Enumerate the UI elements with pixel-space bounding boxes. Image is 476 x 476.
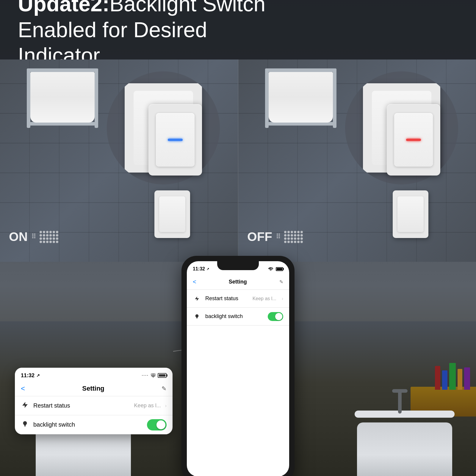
bathtub-right xyxy=(357,411,452,476)
phone-nav-bar: < Setting ✎ xyxy=(187,274,289,290)
dot xyxy=(287,241,290,243)
wifi-icon xyxy=(151,373,156,378)
dot xyxy=(43,241,45,243)
battery-fill xyxy=(159,374,165,377)
phone-backlight-row[interactable]: backlight switch xyxy=(187,308,289,325)
phone-battery-tip xyxy=(283,268,284,270)
phone-bulb-icon xyxy=(193,312,201,321)
backlight-toggle-card[interactable] xyxy=(147,419,167,430)
dot xyxy=(53,234,55,237)
card-restart-row[interactable]: Restart status Keep as l... › xyxy=(15,396,173,415)
book-1 xyxy=(435,366,440,390)
card-time-area: 11:32 ↗ xyxy=(21,372,40,379)
dot xyxy=(40,231,42,233)
dot xyxy=(56,234,58,237)
dot xyxy=(284,231,286,233)
book-4 xyxy=(458,369,462,390)
dot xyxy=(287,231,290,233)
faucet-right-pipe xyxy=(398,390,402,414)
dot xyxy=(284,234,286,237)
phone-location-icon: ↗ xyxy=(206,267,209,271)
phone-back-button[interactable]: < xyxy=(193,278,196,285)
dot xyxy=(291,231,293,233)
dot xyxy=(291,241,293,243)
red-indicator-right xyxy=(406,139,421,141)
dot xyxy=(284,237,286,240)
phone-battery-icon xyxy=(276,267,283,271)
dot xyxy=(297,234,300,237)
switch-btn-small-left xyxy=(159,196,185,232)
page-title: Update2:Backlight Switch Enabled for Des… xyxy=(18,0,286,68)
blue-indicator-left xyxy=(168,139,183,141)
phone-edit-button[interactable]: ✎ xyxy=(279,279,283,285)
dot xyxy=(297,231,300,233)
svg-rect-3 xyxy=(196,318,198,319)
tub-body-right xyxy=(357,422,452,476)
rack-bar-left xyxy=(27,68,30,128)
rack-bar-right-r xyxy=(333,68,336,128)
title-bold: Update2: xyxy=(18,0,109,16)
dot xyxy=(291,234,293,237)
wall-switch-small-left xyxy=(154,190,190,238)
towel-right xyxy=(269,72,333,123)
card-backlight-row[interactable]: backlight switch xyxy=(15,415,173,434)
books-shelf xyxy=(435,363,470,390)
dot xyxy=(56,241,58,243)
dot xyxy=(40,237,42,240)
towel-rack-left xyxy=(21,68,104,187)
dot xyxy=(300,234,303,237)
dot xyxy=(49,237,52,240)
phone-lightning-icon xyxy=(193,295,201,303)
dot xyxy=(291,237,293,240)
dot xyxy=(300,231,303,233)
dot xyxy=(43,237,45,240)
dot xyxy=(53,231,55,233)
dot xyxy=(300,237,303,240)
dot xyxy=(46,234,48,237)
towel-left xyxy=(30,72,95,123)
phone-nav-title: Setting xyxy=(229,279,247,285)
switch-btn-big-right xyxy=(394,113,433,167)
backlight-toggle-phone[interactable] xyxy=(268,312,283,321)
book-3 xyxy=(449,363,456,390)
lightning-svg xyxy=(194,296,200,301)
on-label: ON ⠿ xyxy=(9,230,58,244)
panels-area: ON ⠿ xyxy=(0,60,476,262)
tub-rim-right xyxy=(355,411,455,418)
restart-chevron: › xyxy=(165,403,167,408)
phone-notch-large xyxy=(217,261,259,270)
dot xyxy=(287,234,290,237)
phone-restart-value: Keep as l... xyxy=(253,296,276,301)
rack-bar-left-r xyxy=(265,68,269,128)
dot xyxy=(297,237,300,240)
card-edit-button[interactable]: ✎ xyxy=(162,385,167,392)
faucet-right-head xyxy=(392,389,408,393)
switch-btn-big-left xyxy=(156,113,195,167)
dot xyxy=(40,234,42,237)
phone-wifi-icon xyxy=(268,267,273,271)
dot xyxy=(53,237,55,240)
book-5 xyxy=(464,367,470,390)
dot xyxy=(46,237,48,240)
phone-restart-row[interactable]: Restart status Keep as l... › xyxy=(187,290,289,308)
ui-card: 11:32 ↗ ···· < Setting ✎ Restart status … xyxy=(15,368,173,434)
dot xyxy=(284,241,286,243)
restart-value: Keep as l... xyxy=(134,403,161,409)
dot-matrix-left xyxy=(40,231,58,243)
off-text: OFF xyxy=(247,230,272,244)
rack-bar-top-r xyxy=(265,68,336,72)
phone-restart-chevron: › xyxy=(282,296,283,301)
dot xyxy=(294,234,296,237)
switch-btn-small-right xyxy=(397,196,424,232)
panel-left: ON ⠿ xyxy=(0,60,238,262)
lightning-icon xyxy=(22,402,28,408)
on-text: ON xyxy=(9,230,28,244)
dot xyxy=(297,241,300,243)
dot xyxy=(294,241,296,243)
battery-tip xyxy=(167,374,167,377)
card-back-button[interactable]: < xyxy=(21,384,25,393)
dot xyxy=(46,241,48,243)
card-nav-title: Setting xyxy=(82,385,104,392)
dot xyxy=(40,241,42,243)
bulb-svg xyxy=(194,314,200,319)
